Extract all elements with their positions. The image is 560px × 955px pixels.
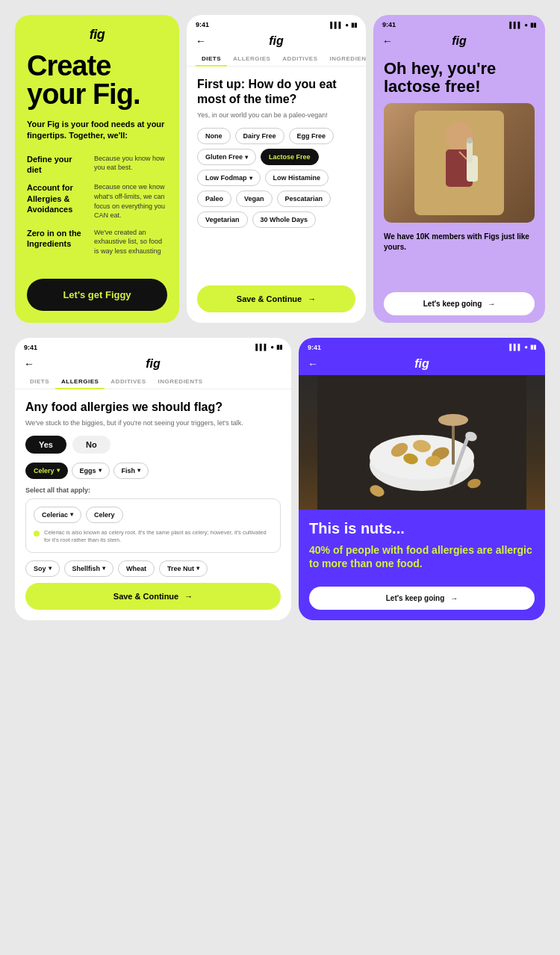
chip-lactose-free[interactable]: Lactose Free <box>261 149 319 165</box>
back-arrow-5[interactable]: ← <box>308 358 318 370</box>
phone-header-5: ← fig <box>299 354 545 375</box>
status-time-5: 9:41 <box>308 344 321 351</box>
diets-content: First up: How do you eat most of the tim… <box>187 67 366 323</box>
chip-egg-free[interactable]: Egg Free <box>289 128 335 144</box>
select-apply-label: Select all that apply: <box>25 486 281 494</box>
chip-soy[interactable]: Soy <box>25 560 60 577</box>
allergies-question: Any food allergies we should flag? <box>25 400 281 415</box>
tab-additives-4[interactable]: ADDITIVES <box>105 375 152 389</box>
status-icons-5: ▌▌▌ ● ▮▮ <box>509 344 536 350</box>
app-logo-4: fig <box>146 357 161 371</box>
person-milk-illustration <box>414 111 504 215</box>
lactose-sub: We have 10K members with Figs just like … <box>384 232 535 253</box>
chip-low-fodmap[interactable]: Low Fodmap <box>197 170 261 186</box>
info-text: Celeriac is also known as celery root. I… <box>44 529 273 545</box>
app-logo-5: fig <box>414 357 429 371</box>
diets-subtext: Yes, in our world you can be a paleo-veg… <box>197 111 355 119</box>
phone-header-2: ← fig <box>187 31 366 52</box>
allergies-subtext: We've stuck to the biggies, but if you'r… <box>25 419 281 427</box>
feature-title-2: Account for Allergies & Avoidances <box>27 182 87 220</box>
chip-tree-nut[interactable]: Tree Nut <box>159 560 208 577</box>
status-bar-3: 9:41 ▌▌▌ ● ▮▮ <box>373 15 545 31</box>
status-time-3: 9:41 <box>382 21 396 28</box>
chip-celery-select[interactable]: Celery <box>86 507 123 523</box>
chip-celeriac[interactable]: Celeriac <box>34 507 81 523</box>
svg-point-16 <box>438 414 468 426</box>
chip-30-whole-days[interactable]: 30 Whole Days <box>252 211 317 228</box>
svg-point-5 <box>467 137 473 143</box>
lets-go-arrow-3 <box>488 300 495 308</box>
feature-list: Define your diet Because you know how yo… <box>27 154 167 264</box>
nuts-content: This is nuts... 40% of people with food … <box>299 510 545 620</box>
status-icons-2: ▌▌▌ ● ▮▮ <box>330 22 357 28</box>
info-row: Celeriac is also known as celery root. I… <box>34 529 273 545</box>
tab-ingredients-2[interactable]: INGREDIENTS <box>324 52 366 66</box>
chip-shellfish[interactable]: Shellfish <box>64 560 114 577</box>
status-bar-2: 9:41 ▌▌▌ ● ▮▮ <box>187 15 366 31</box>
save-continue-button-4[interactable]: Save & Continue <box>25 583 281 610</box>
feature-allergies: Account for Allergies & Avoidances Becau… <box>27 182 167 220</box>
tab-diets[interactable]: DIETS <box>196 52 227 67</box>
card-create-fig: fig Create your Fig. Your Fig is your fo… <box>15 15 179 323</box>
nuts-headline: This is nuts... <box>309 520 535 537</box>
app-logo-1: fig <box>27 27 167 43</box>
chip-celery-filter[interactable]: Celery <box>25 463 68 479</box>
feature-desc-3: We've created an exhaustive list, so foo… <box>94 228 167 256</box>
chip-pescatarian[interactable]: Pescatarian <box>277 191 332 207</box>
feature-desc-2: Because once we know what's off-limits, … <box>94 182 167 220</box>
chip-vegan[interactable]: Vegan <box>236 191 273 207</box>
diet-chips-group: None Dairy Free Egg Free Gluten Free Lac… <box>197 128 355 228</box>
nuts-bowl-illustration <box>317 375 526 510</box>
lets-keep-going-button-3[interactable]: Let's keep going <box>384 292 535 315</box>
select-apply-box: Celeriac Celery Celeriac is also known a… <box>25 498 281 553</box>
tab-allergies-2[interactable]: ALLERGIES <box>227 52 276 66</box>
feature-title-3: Zero in on the Ingredients <box>27 228 87 256</box>
chip-wheat[interactable]: Wheat <box>118 560 155 577</box>
status-time-2: 9:41 <box>196 21 209 28</box>
feature-title-1: Define your diet <box>27 154 87 176</box>
chip-eggs-filter[interactable]: Eggs <box>72 463 110 479</box>
status-time-4: 9:41 <box>24 344 37 351</box>
main-headline: Create your Fig. <box>27 52 167 108</box>
tab-diets-4[interactable]: DIETS <box>24 375 55 389</box>
no-button[interactable]: No <box>72 436 111 454</box>
nuts-sub: 40% of people with food allergies are al… <box>309 543 535 570</box>
main-subtitle: Your Fig is your food needs at your fing… <box>27 119 167 142</box>
bottom-row: 9:41 ▌▌▌ ● ▮▮ ← fig DIETS ALLERGIES ADDI… <box>15 338 545 620</box>
back-arrow-4[interactable]: ← <box>24 358 34 370</box>
tab-additives-2[interactable]: ADDITIVES <box>276 52 323 66</box>
status-bar-4: 9:41 ▌▌▌ ● ▮▮ <box>15 338 291 354</box>
nuts-image <box>299 375 545 510</box>
tab-ingredients-4[interactable]: INGREDIENTS <box>152 375 209 389</box>
status-bar-5: 9:41 ▌▌▌ ● ▮▮ <box>299 338 545 354</box>
lets-keep-going-button-5[interactable]: Let's keep going <box>309 587 535 610</box>
allergies-content: Any food allergies we should flag? We've… <box>15 389 291 620</box>
save-arrow-4 <box>184 592 193 601</box>
save-arrow-2 <box>308 294 316 303</box>
chip-fish-filter[interactable]: Fish <box>113 463 149 479</box>
back-arrow-3[interactable]: ← <box>382 35 393 47</box>
chip-dairy-free[interactable]: Dairy Free <box>235 128 284 144</box>
yes-button[interactable]: Yes <box>25 436 66 454</box>
lets-get-figgy-button[interactable]: Let's get Figgy <box>27 279 167 311</box>
chip-vegetarian[interactable]: Vegetarian <box>197 211 248 228</box>
chip-paleo[interactable]: Paleo <box>197 191 231 207</box>
chip-low-histamine[interactable]: Low Histamine <box>265 170 329 186</box>
celeriac-row: Celeriac Celery <box>34 507 273 523</box>
back-arrow-2[interactable]: ← <box>196 35 206 47</box>
lactose-headline: Oh hey, you're lactose free! <box>384 60 535 96</box>
tab-allergies-4[interactable]: ALLERGIES <box>55 375 105 389</box>
save-continue-button-2[interactable]: Save & Continue <box>197 285 355 312</box>
status-icons-4: ▌▌▌ ● ▮▮ <box>255 344 282 350</box>
lets-go-arrow-5 <box>450 594 458 602</box>
app-logo-2: fig <box>269 34 284 48</box>
app-logo-3: fig <box>452 34 467 48</box>
card-diets: 9:41 ▌▌▌ ● ▮▮ ← fig DIETS ALLERGIES ADDI… <box>187 15 366 323</box>
yes-no-row: Yes No <box>25 436 281 454</box>
chip-gluten-free[interactable]: Gluten Free <box>197 149 256 165</box>
tabs-bar-2: DIETS ALLERGIES ADDITIVES INGREDIENTS <box>187 52 366 67</box>
top-row: fig Create your Fig. Your Fig is your fo… <box>15 15 545 323</box>
feature-ingredients: Zero in on the Ingredients We've created… <box>27 228 167 256</box>
chip-none[interactable]: None <box>197 128 231 144</box>
bottom-chips-row: Soy Shellfish Wheat Tree Nut <box>25 560 281 577</box>
